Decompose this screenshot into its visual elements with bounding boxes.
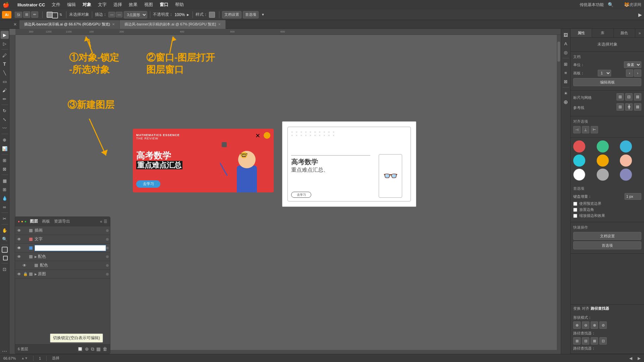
layer-lock-5[interactable]: 🔒 <box>23 272 28 277</box>
layers-tab-layers[interactable]: 图层 <box>30 219 38 224</box>
right-icon-3[interactable]: ◎ <box>562 48 570 56</box>
panel-expand-btn[interactable]: » <box>635 29 644 37</box>
layer-lock-2[interactable]: 🔒 <box>23 246 28 250</box>
nav-next[interactable]: ▶ <box>638 356 641 361</box>
minus-front-btn[interactable]: ⊖ <box>582 321 589 329</box>
panel-tab-library[interactable]: 库 <box>592 29 613 37</box>
align-btn-1[interactable]: ⊣ <box>573 126 581 133</box>
apple-menu[interactable]: 🍎 <box>3 2 9 8</box>
layer-vis-1[interactable]: 👁 <box>16 237 22 242</box>
stroke-color[interactable] <box>1 253 9 261</box>
opacity-arrow[interactable]: ▶ <box>187 13 189 16</box>
color-orange[interactable] <box>597 155 609 167</box>
layer-lock-3[interactable]: 🔒 <box>23 254 28 259</box>
stroke-arrows[interactable]: — — <box>108 12 122 17</box>
layers-close-btn[interactable]: ● <box>18 220 20 223</box>
color-red[interactable] <box>573 140 585 153</box>
tool-warp[interactable]: 〰 <box>1 124 9 132</box>
layer-lock-4[interactable]: 🔒 <box>29 263 33 268</box>
layers-zoom-btn[interactable]: ● <box>24 220 26 223</box>
more-tools[interactable]: … <box>1 346 9 354</box>
layer-vis-0[interactable]: 👁 <box>16 228 22 233</box>
color-cyan[interactable] <box>573 155 585 167</box>
pathfinder-tab[interactable]: 路径查找器 <box>591 306 609 311</box>
color-green[interactable] <box>597 140 609 153</box>
guide-icon-2[interactable]: ╋ <box>625 103 633 111</box>
layer-delete[interactable]: 🗑 <box>103 346 107 352</box>
tab-2[interactable]: 插边风-banner演示稿的副本.ai @ 67% [RGB/GPU 预览] ✕ <box>120 20 226 29</box>
scale-stroke-check[interactable] <box>573 214 577 218</box>
board-select[interactable]: 1 <box>598 70 611 76</box>
tool-symbol[interactable]: ⊕ <box>1 136 9 144</box>
search-icon[interactable]: 🔍 <box>608 2 613 7</box>
menu-item-object[interactable]: 对象 <box>83 2 91 8</box>
tool-gradient[interactable]: ▦ <box>1 177 9 185</box>
layers-tab-artboard[interactable]: 画板 <box>42 219 50 224</box>
pf-btn4[interactable]: ⊡ <box>599 337 607 345</box>
layer-move[interactable]: ▦ <box>96 346 101 352</box>
layer-row-4[interactable]: 👁 🔒 配色 <box>15 261 110 270</box>
panel-tab-colors[interactable]: 颜色 <box>614 29 635 37</box>
preferences-btn[interactable]: 首选项 <box>243 11 259 18</box>
layer-lock-1[interactable]: 🔒 <box>23 237 28 242</box>
layer-expand-3[interactable]: ▶ <box>35 255 37 258</box>
tool-zoom[interactable]: 🔍 <box>1 235 9 243</box>
tool-paintbrush[interactable]: 🖌 <box>1 86 9 94</box>
layer-row-2[interactable]: 👁 🔒 <box>15 244 110 252</box>
pf-btn3[interactable]: ⊠ <box>591 337 598 345</box>
tool-slice[interactable]: ⊠ <box>1 165 9 173</box>
swap-icon[interactable]: ⇅ <box>59 13 62 16</box>
stroke-type-select[interactable]: 3点圆形 <box>124 11 147 18</box>
tool-scale[interactable]: ⤡ <box>1 115 9 123</box>
grid-icon-1[interactable]: ⊞ <box>616 93 624 101</box>
grid-icon-2[interactable]: ⊟ <box>625 93 633 101</box>
menu-item-file[interactable]: 文件 <box>52 2 60 8</box>
exclude-btn[interactable]: ⊘ <box>599 321 607 329</box>
tool-pen[interactable]: 🖊 <box>1 51 9 59</box>
color-blue[interactable] <box>620 140 632 153</box>
tab-1-close[interactable]: ✕ <box>112 22 115 26</box>
tool-select[interactable]: ▶ <box>1 31 9 39</box>
menu-item-window[interactable]: 窗口 <box>160 2 168 8</box>
menu-item-select[interactable]: 选择 <box>113 2 122 8</box>
stroke-icon[interactable] <box>52 12 58 18</box>
layer-vis-5[interactable]: 👁 <box>16 272 22 277</box>
icon-btn1[interactable]: St <box>15 12 22 18</box>
layer-vis-2[interactable]: 👁 <box>16 245 22 251</box>
layer-row-3[interactable]: 👁 🔒 ▶ 配色 <box>15 252 110 261</box>
layer-lock-0[interactable]: 🔒 <box>23 228 28 233</box>
guide-icon-1[interactable]: ⊞ <box>616 103 624 111</box>
menu-item-help[interactable]: 帮助 <box>175 2 184 8</box>
layers-collapse-btn[interactable]: « <box>100 219 102 224</box>
panel-right-toggle[interactable]: ▶ <box>638 12 642 17</box>
tool-rect[interactable]: ▭ <box>1 77 9 85</box>
tool-line[interactable]: ╲ <box>1 69 9 77</box>
right-icon-6[interactable]: ⊠ <box>562 77 570 85</box>
menu-item-text[interactable]: 文字 <box>98 2 107 8</box>
layer-expand-5[interactable]: ▶ <box>35 273 37 276</box>
right-icon-4[interactable]: ⊞ <box>562 60 570 68</box>
intersect-btn[interactable]: ⊗ <box>591 321 598 329</box>
transform-tab[interactable]: 变换 <box>573 306 581 311</box>
right-icon-8[interactable]: ⊕ <box>562 98 570 106</box>
right-icon-7[interactable]: ☀ <box>562 89 570 97</box>
align-btn-3[interactable]: ⊢ <box>591 126 598 133</box>
tool-rotate[interactable]: ↻ <box>1 107 9 115</box>
color-white[interactable] <box>573 169 585 181</box>
layer-row-0[interactable]: 👁 🔒 插画 <box>15 226 110 235</box>
stroke-start-icon[interactable]: — <box>108 12 115 17</box>
tool-column[interactable]: 📊 <box>1 144 9 153</box>
nav-prev[interactable]: ◀ <box>629 356 632 361</box>
style-swatch[interactable] <box>209 12 215 18</box>
right-icon-1[interactable]: 🖼 <box>562 31 570 39</box>
board-prev[interactable]: ‹ <box>626 69 633 77</box>
align-btn-2[interactable]: ⊥ <box>582 126 589 133</box>
layers-min-btn[interactable]: ● <box>21 220 23 223</box>
right-icon-5[interactable]: ≡ <box>562 69 570 77</box>
guide-icon-3[interactable]: ⊠ <box>634 103 641 111</box>
stroke-end-icon[interactable]: — <box>116 12 122 17</box>
icon-btn3[interactable]: ✏ <box>31 11 38 18</box>
layer-name-input-2[interactable] <box>35 245 106 251</box>
board-next[interactable]: › <box>634 69 641 77</box>
tab-close-all[interactable]: ✕ <box>13 22 17 27</box>
